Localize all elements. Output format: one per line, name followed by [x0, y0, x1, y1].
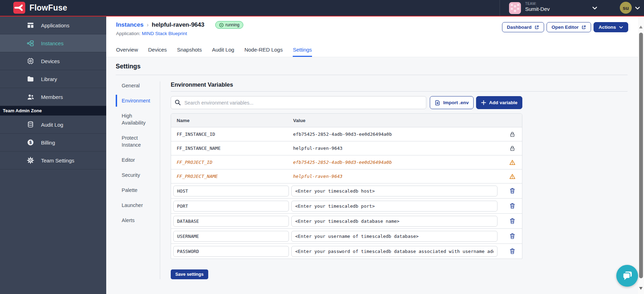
sidebar: ApplicationsInstancesDevicesLibraryMembe…	[0, 16, 106, 294]
env-value-input-password[interactable]	[291, 246, 497, 257]
user-chevron-down-icon[interactable]	[635, 5, 640, 12]
svg-text:$: $	[29, 140, 32, 145]
settings-nav-palette[interactable]: Palette	[116, 187, 155, 194]
plus-icon	[481, 100, 486, 105]
dashboard-button-label: Dashboard	[507, 25, 532, 30]
breadcrumb-instances-link[interactable]: Instances	[116, 21, 143, 28]
applications-icon	[26, 21, 35, 29]
save-settings-button[interactable]: Save settings	[171, 269, 208, 279]
settings-nav-alerts[interactable]: Alerts	[116, 217, 155, 224]
page-scrollbar[interactable]	[638, 16, 644, 294]
settings-nav-launcher[interactable]: Launcher	[116, 202, 155, 209]
topbar-divider	[500, 0, 500, 16]
scroll-up-arrow[interactable]	[639, 26, 643, 28]
warning-icon	[509, 173, 516, 180]
team-avatar[interactable]	[509, 2, 521, 15]
sidebar-item-applications[interactable]: Applications	[0, 16, 106, 34]
sidebar-item-label: Members	[41, 94, 63, 100]
tab-overview[interactable]: Overview	[116, 47, 138, 57]
settings-nav-high-availability[interactable]: High Availability	[116, 112, 155, 126]
delete-variable-button[interactable]	[509, 232, 516, 240]
lock-icon	[509, 131, 516, 138]
add-variable-label: Add variable	[489, 100, 517, 105]
env-value-input-host[interactable]	[291, 186, 497, 196]
settings-page: Settings GeneralEnvironmentHigh Availabi…	[106, 57, 638, 294]
env-row-ff_instance_id: FF_INSTANCE_IDefb75425-2852-4adb-90d3-ee…	[171, 127, 522, 141]
sidebar-item-label: Library	[41, 76, 57, 82]
env-name-input-username[interactable]	[173, 231, 289, 242]
user-avatar[interactable]: su	[620, 2, 632, 14]
env-value-input-database[interactable]	[291, 216, 497, 227]
search-icon	[175, 99, 181, 107]
dashboard-button[interactable]: Dashboard	[502, 22, 544, 32]
search-input[interactable]	[171, 96, 426, 109]
team-selector[interactable]: TEAM: Sumit-Dev	[525, 2, 550, 12]
delete-variable-button[interactable]	[509, 247, 516, 255]
sidebar-item-audit-log[interactable]: Audit Log	[0, 116, 106, 134]
scroll-down-arrow[interactable]	[639, 287, 643, 290]
import-file-icon	[435, 100, 440, 106]
settings-nav-general[interactable]: General	[116, 82, 155, 89]
delete-variable-button[interactable]	[509, 217, 516, 225]
environment-section: Environment Variables Import .env	[160, 81, 628, 279]
env-row-host	[171, 183, 522, 198]
tab-audit-log[interactable]: Audit Log	[212, 47, 234, 57]
tab-settings[interactable]: Settings	[293, 47, 312, 57]
status-badge: running	[215, 21, 243, 29]
delete-variable-button[interactable]	[509, 202, 516, 210]
actions-button-label: Actions	[598, 25, 616, 30]
team-name: Sumit-Dev	[525, 6, 550, 12]
play-circle-icon	[219, 23, 224, 27]
env-name-input-host[interactable]	[173, 186, 289, 196]
gear-icon	[26, 156, 35, 165]
env-var-value: helpful-raven-9643	[292, 146, 502, 151]
import-env-button[interactable]: Import .env	[430, 96, 474, 109]
env-row-database	[171, 213, 522, 228]
team-admin-zone-label: Team Admin Zone	[0, 106, 106, 116]
chat-widget-button[interactable]	[616, 265, 638, 287]
delete-variable-button[interactable]	[509, 187, 516, 195]
sidebar-item-team-settings[interactable]: Team Settings	[0, 152, 106, 169]
settings-nav-security[interactable]: Security	[116, 172, 155, 179]
environment-divider	[171, 91, 628, 92]
brand[interactable]: FlowFuse	[13, 2, 67, 14]
env-var-value: efb75425-2852-4adb-90d3-ee0d26494a0b	[292, 132, 502, 137]
application-link[interactable]: MIND Stack Blueprint	[142, 31, 187, 36]
team-chevron-down-icon[interactable]	[592, 5, 598, 12]
env-name-input-port[interactable]	[173, 201, 289, 212]
sidebar-item-billing[interactable]: $Billing	[0, 134, 106, 152]
external-link-icon	[581, 25, 586, 30]
env-value-input-username[interactable]	[291, 231, 497, 242]
env-name-input-database[interactable]	[173, 216, 289, 227]
settings-nav-protect-instance[interactable]: Protect Instance	[116, 134, 155, 148]
sidebar-item-instances[interactable]: Instances	[0, 34, 106, 52]
brand-name: FlowFuse	[29, 3, 67, 13]
scrollbar-thumb[interactable]	[639, 33, 643, 278]
sidebar-item-devices[interactable]: Devices	[0, 52, 106, 70]
open-editor-button[interactable]: Open Editor	[547, 22, 591, 32]
env-value-input-port[interactable]	[291, 201, 497, 212]
env-row-ff_project_name: FF_PROJECT_NAMEhelpful-raven-9643	[171, 169, 522, 183]
library-icon	[26, 75, 35, 83]
value-column-header: Value	[292, 118, 502, 123]
chat-bubbles-icon	[621, 270, 633, 282]
sidebar-item-members[interactable]: Members	[0, 88, 106, 106]
tab-devices[interactable]: Devices	[148, 47, 167, 57]
sidebar-item-label: Applications	[41, 22, 69, 28]
env-row-password	[171, 243, 522, 259]
env-row-ff_project_id: FF_PROJECT_IDefb75425-2852-4adb-90d3-ee0…	[171, 155, 522, 169]
env-var-name: FF_PROJECT_ID	[171, 160, 292, 165]
env-name-input-password[interactable]	[173, 246, 289, 257]
page-header: Instances › helpful-raven-9643 running A…	[106, 16, 644, 57]
add-variable-button[interactable]: Add variable	[476, 96, 522, 109]
env-var-value: helpful-raven-9643	[292, 174, 502, 179]
settings-nav-environment[interactable]: Environment	[116, 97, 155, 104]
lock-icon	[509, 145, 516, 152]
settings-nav-editor[interactable]: Editor	[116, 156, 155, 163]
sidebar-item-library[interactable]: Library	[0, 70, 106, 88]
tab-snapshots[interactable]: Snapshots	[177, 47, 202, 57]
tab-node-red-logs[interactable]: Node-RED Logs	[244, 47, 283, 57]
actions-button[interactable]: Actions	[594, 22, 628, 32]
sidebar-item-label: Instances	[41, 40, 63, 46]
env-row-username	[171, 228, 522, 243]
